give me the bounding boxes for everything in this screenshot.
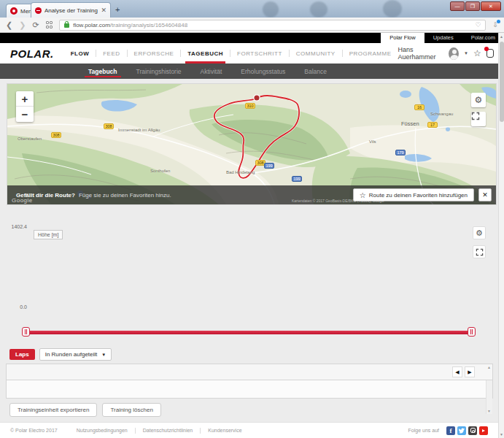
subnav: TagebuchTrainingshistorieAktivitätErholu… [0,64,504,79]
nav-item-feed[interactable]: FEED [96,43,126,64]
laps-table: ◀ ▶ ▲ ▼ [6,364,493,399]
subnav-item-erholungsstatus[interactable]: Erholungsstatus [231,64,295,79]
banner-close-button[interactable]: ✕ [478,188,492,201]
download-icon[interactable]: ⇩ [492,21,498,28]
nav-item-flow[interactable]: FLOW [64,43,96,64]
scroll-down-icon[interactable]: ▼ [500,432,503,437]
subnav-item-trainingshistorie[interactable]: Trainingshistorie [127,64,191,79]
browser-tab[interactable]: Analyse der Trainingseinh... ✕ [31,2,111,18]
subnav-item-aktivität[interactable]: Aktivität [191,64,232,79]
speed-dial-icon[interactable] [46,21,53,28]
scroll-up-icon[interactable]: ▲ [500,34,503,39]
map-zoom-in-button[interactable]: + [16,91,34,107]
table-prev-button[interactable]: ◀ [452,366,462,377]
road-badge-308: 308 [104,123,114,129]
favorite-button-label: Route zu deinen Favoriten hinzufügen [369,192,468,199]
chart-fullscreen-icon[interactable] [473,245,486,258]
twitter-icon[interactable] [457,426,466,435]
road-badge-199: 199 [264,163,274,169]
nav-item-fortschritt[interactable]: FORTSCHRITT [230,43,289,64]
footer-links: NutzungsbedingungenDatenschutzrichtlinie… [69,428,249,434]
scrollbar-thumb[interactable] [500,42,504,122]
delete-training-button[interactable]: Training löschen [102,403,160,417]
slider-handle-right[interactable] [468,327,476,337]
user-name[interactable]: Hans Auerhammer [398,46,443,61]
nav-item-programme[interactable]: PROGRAMME [343,43,398,64]
laps-toolbar: Laps In Runden aufgeteilt ▼ [9,348,112,361]
user-area: Hans Auerhammer ▼ ☆ [398,46,504,61]
url-text: flow.polar.com/training/analysis/1654604… [73,22,187,28]
reload-icon[interactable]: ⟳ [32,21,39,29]
tab-close-icon[interactable]: ✕ [101,7,106,14]
polar-favicon-icon [35,7,42,14]
town-label-vils: Vils [369,139,376,144]
slider-handle-left[interactable] [22,327,30,337]
maximize-button[interactable]: ❐ [465,1,480,11]
browser-addressbar: ❮ ❯ ⟳ flow.polar.com/training/analysis/1… [0,18,504,33]
new-tab-button[interactable]: + [115,5,120,14]
footer-link-nutzungsbedingungen[interactable]: Nutzungsbedingungen [69,428,135,433]
town-label-oberstaufen: Oberstaufen [18,137,42,141]
laps-table-header: ◀ ▶ [7,364,492,380]
road-badge-16: 16 [414,104,424,110]
laps-split-dropdown[interactable]: In Runden aufgeteilt ▼ [39,348,112,361]
star-icon: ☆ [360,191,366,199]
avatar[interactable] [449,47,459,60]
bookmark-heart-icon[interactable]: ♡ [475,21,481,28]
topbar-link-polar-flow[interactable]: Polar Flow [381,33,424,43]
forward-icon[interactable]: ❯ [19,21,26,29]
road-badge-179: 179 [395,150,406,155]
google-watermark: Google [12,197,33,204]
polar-logo[interactable]: POLAR. [10,47,54,60]
back-icon[interactable]: ❮ [6,21,12,29]
browser-titlebar: Menü Analyse der Trainingseinh... ✕ + — … [0,0,504,18]
footer-link-datenschutzrichtlinien[interactable]: Datenschutzrichtlinien [136,428,200,433]
nav-item-erforsche[interactable]: ERFORSCHE [128,43,181,64]
action-buttons: Trainingseinheit exportieren Training lö… [9,403,161,417]
topbar-link-updates[interactable]: Updates [424,33,462,43]
banner-hint: Füge sie zu deinen Favoriten hinzu. [79,192,171,199]
route-map[interactable]: OberstaufenImmenstadt im AllgäuSonthofen… [7,84,496,204]
road-badge-310: 310 [245,103,255,109]
elevation-chart[interactable]: Höhe [m] 1402.4 0.0 [7,221,471,328]
route-favorite-banner: Gefällt dir die Route? Füge sie zu deine… [7,185,496,204]
elevation-chart-plot [7,221,471,328]
map-zoom-out-button[interactable]: − [16,107,34,122]
instagram-icon[interactable] [468,426,477,435]
favorites-star-icon[interactable]: ☆ [473,48,481,58]
road-badge-199: 199 [292,176,302,182]
youtube-icon[interactable] [479,426,488,435]
browser-window: Menü Analyse der Trainingseinh... ✕ + — … [0,0,504,438]
subnav-item-balance[interactable]: Balance [295,64,336,79]
scroll-down-icon: ▼ [487,409,491,413]
table-pager: ◀ ▶ [448,364,492,380]
opera-logo-icon [10,7,18,15]
distance-range-slider[interactable] [22,327,476,337]
footer-link-kundenservice[interactable]: Kundenservice [201,428,249,433]
follow-label: Folge uns auf [408,428,439,433]
sync-notification-icon[interactable] [486,49,494,58]
nav-item-community[interactable]: COMMUNITY [290,43,342,64]
map-fullscreen-icon[interactable] [471,112,486,126]
chevron-down-icon[interactable]: ▼ [464,51,468,55]
town-label-sonthofen: Sonthofen [150,169,170,173]
facebook-icon[interactable]: f [446,426,455,435]
table-scrollbar[interactable]: ▲ ▼ [486,380,492,414]
chart-settings-gear-icon[interactable]: ⚙ [473,226,486,239]
route-start-marker [254,95,260,101]
subnav-item-tagebuch[interactable]: Tagebuch [79,64,127,79]
table-next-button[interactable]: ▶ [465,366,475,377]
url-field[interactable]: flow.polar.com/training/analysis/1654604… [59,20,486,31]
map-attribution: Kartendaten © 2017 GeoBasis-DE/BKG (©200… [292,199,384,203]
export-training-button[interactable]: Trainingseinheit exportieren [9,403,97,417]
road-badge-308: 308 [51,132,61,138]
minimize-button[interactable]: — [450,1,465,11]
page-scrollbar[interactable]: ▲ ▼ [498,33,504,438]
town-label-immenstadt-im-allgäu: Immenstadt im Allgäu [118,128,160,132]
nav-item-tagebuch[interactable]: TAGEBUCH [181,43,230,64]
footer: © Polar Electro 2017 Nutzungsbedingungen… [0,422,498,438]
map-settings-gear-icon[interactable]: ⚙ [471,93,486,107]
slider-track[interactable] [26,331,471,334]
laps-table-body-empty: ▲ ▼ [7,380,492,398]
close-button[interactable]: ✕ [481,1,501,11]
